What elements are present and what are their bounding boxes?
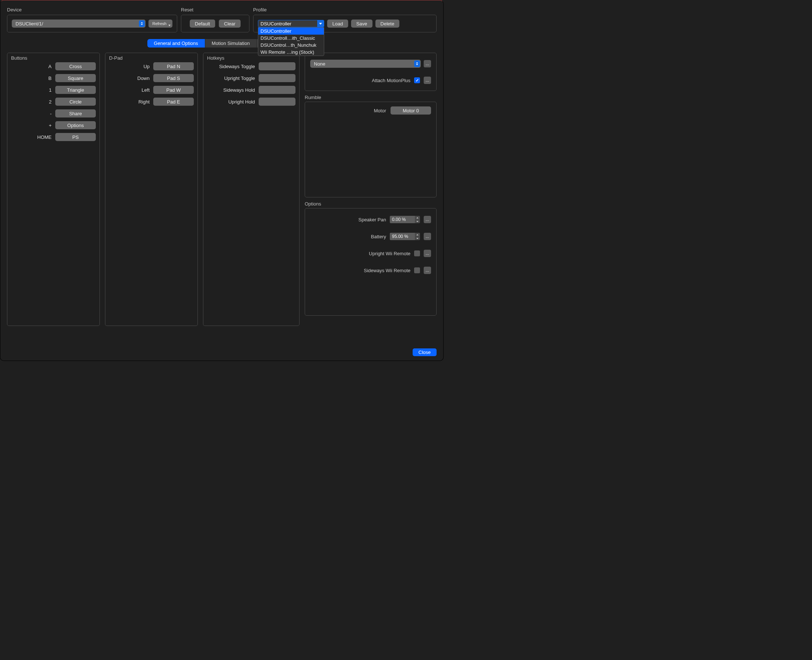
upright-wii-checkbox[interactable] xyxy=(414,251,420,256)
load-button[interactable]: Load xyxy=(327,19,348,28)
dpad-left-map[interactable]: Pad W xyxy=(153,86,194,94)
extension-select[interactable]: None xyxy=(310,60,421,68)
dpad-right-map[interactable]: Pad E xyxy=(153,98,194,106)
dpad-up-label: Up xyxy=(143,64,149,69)
motor-label: Motor xyxy=(374,108,386,113)
chevron-icon xyxy=(414,60,420,67)
attach-motionplus-more-button[interactable]: ... xyxy=(424,77,431,84)
profile-option-2[interactable]: DSUControl…th_Nunchuk xyxy=(258,41,324,49)
default-button[interactable]: Default xyxy=(190,19,215,28)
hk-sideways-hold-map[interactable] xyxy=(259,86,296,94)
btn-minus-map[interactable]: Share xyxy=(55,109,96,117)
hk-upright-hold-label: Upright Hold xyxy=(229,99,255,105)
profile-option-3[interactable]: Wii Remote …ing (Stock) xyxy=(258,49,324,56)
btn-minus-label: - xyxy=(50,111,52,116)
refresh-button[interactable]: Refresh xyxy=(148,19,172,28)
device-label: Device xyxy=(7,7,177,13)
upright-wii-label: Upright Wii Remote xyxy=(369,251,410,256)
sideways-wii-more-button[interactable]: ... xyxy=(424,267,431,274)
btn-plus-label: + xyxy=(49,123,52,128)
btn-a-map[interactable]: Cross xyxy=(55,62,96,70)
chevron-down-icon xyxy=(317,20,324,27)
dpad-title: D-Pad xyxy=(109,55,194,61)
battery-label: Battery xyxy=(371,234,386,240)
btn-b-map[interactable]: Square xyxy=(55,74,96,82)
btn-b-label: B xyxy=(48,76,52,81)
hotkeys-title: Hotkeys xyxy=(207,55,296,61)
sideways-wii-checkbox[interactable] xyxy=(414,267,420,273)
profile-option-1[interactable]: DSUControll…ith_Classic xyxy=(258,35,324,41)
close-button[interactable]: Close xyxy=(413,348,437,356)
delete-button[interactable]: Delete xyxy=(375,19,400,28)
hk-upright-hold-map[interactable] xyxy=(259,98,296,106)
btn-1-map[interactable]: Triangle xyxy=(55,86,96,94)
rumble-title: Rumble xyxy=(305,95,437,100)
motor-map[interactable]: Motor 0 xyxy=(391,106,431,114)
battery-input[interactable] xyxy=(390,233,415,240)
options-title: Options xyxy=(305,201,437,206)
btn-2-map[interactable]: Circle xyxy=(55,98,96,106)
stepper-icon[interactable] xyxy=(415,233,420,240)
attach-motionplus-label: Attach MotionPlus xyxy=(372,78,410,83)
hk-sideways-toggle-label: Sideways Toggle xyxy=(219,64,255,69)
hk-sideways-hold-label: Sideways Hold xyxy=(223,87,255,93)
profile-dropdown: DSUController DSUControll…ith_Classic DS… xyxy=(258,27,324,56)
btn-plus-map[interactable]: Options xyxy=(55,121,96,129)
speaker-pan-input[interactable] xyxy=(390,216,415,223)
extension-more-button[interactable]: ... xyxy=(424,60,431,67)
clear-button[interactable]: Clear xyxy=(219,19,241,28)
upright-wii-more-button[interactable]: ... xyxy=(424,250,431,257)
speaker-pan-spinner[interactable] xyxy=(390,216,420,223)
stepper-icon[interactable] xyxy=(415,216,420,223)
hk-upright-toggle-label: Upright Toggle xyxy=(224,76,255,81)
dpad-up-map[interactable]: Pad N xyxy=(153,62,194,70)
btn-2-label: 2 xyxy=(49,99,52,105)
btn-1-label: 1 xyxy=(49,87,52,93)
reset-label: Reset xyxy=(181,7,249,13)
dpad-down-map[interactable]: Pad S xyxy=(153,74,194,82)
profile-combobox[interactable]: DSUController xyxy=(258,20,324,27)
btn-home-map[interactable]: PS xyxy=(55,133,96,141)
extension-select-value: None xyxy=(314,61,325,67)
device-select-value: DSUClient/1/ xyxy=(16,21,43,27)
dpad-down-label: Down xyxy=(137,76,149,81)
profile-label: Profile xyxy=(253,7,437,13)
speaker-pan-label: Speaker Pan xyxy=(359,217,386,222)
dpad-right-label: Right xyxy=(138,99,149,105)
battery-spinner[interactable] xyxy=(390,233,420,240)
hk-upright-toggle-map[interactable] xyxy=(259,74,296,82)
hk-sideways-toggle-map[interactable] xyxy=(259,62,296,70)
profile-option-0[interactable]: DSUController xyxy=(258,28,324,35)
tab-general[interactable]: General and Options xyxy=(147,39,205,48)
battery-more-button[interactable]: ... xyxy=(424,233,431,240)
tab-motion-sim[interactable]: Motion Simulation xyxy=(205,39,257,48)
device-select[interactable]: DSUClient/1/ xyxy=(12,19,146,28)
attach-motionplus-checkbox[interactable] xyxy=(414,77,420,83)
btn-a-label: A xyxy=(48,64,52,69)
btn-home-label: HOME xyxy=(37,135,52,140)
buttons-title: Buttons xyxy=(11,55,96,61)
dpad-left-label: Left xyxy=(141,87,149,93)
sideways-wii-label: Sideways Wii Remote xyxy=(364,268,410,273)
chevron-icon xyxy=(139,20,145,27)
profile-combo-value: DSUController xyxy=(261,21,291,27)
speaker-pan-more-button[interactable]: ... xyxy=(424,216,431,223)
save-button[interactable]: Save xyxy=(351,19,372,28)
